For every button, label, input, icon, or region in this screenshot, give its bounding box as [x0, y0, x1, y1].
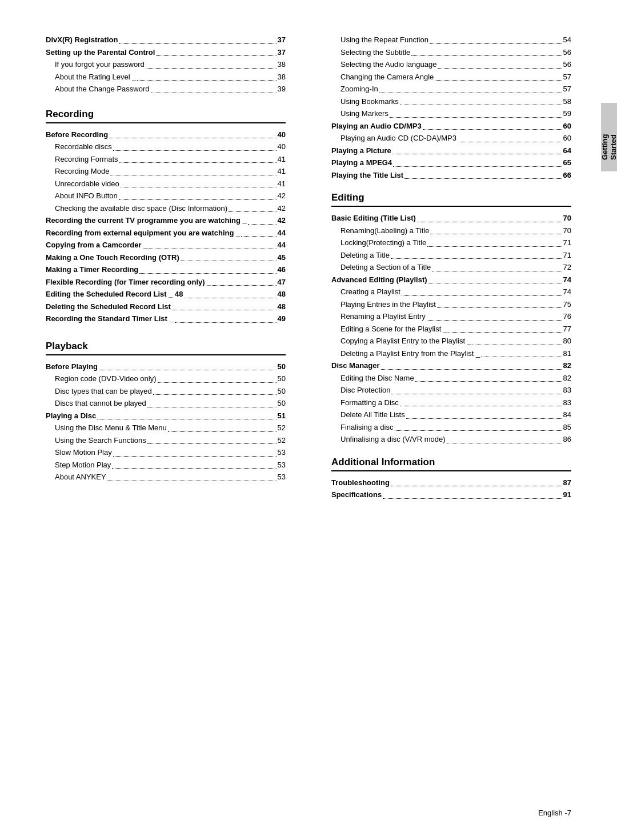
- entry-page: 82: [563, 360, 571, 371]
- entry-page: 38: [278, 59, 286, 70]
- list-item: Creating a Playlist74: [331, 286, 571, 298]
- entry-dots: [175, 322, 277, 323]
- entry-page: 71: [563, 237, 571, 249]
- entry-text: Playing Entries in the Playlist: [331, 299, 436, 310]
- entry-text: Deleting the Scheduled Record List: [46, 301, 171, 313]
- entry-text: Playing a Picture: [331, 145, 391, 157]
- entry-page: 58: [563, 96, 571, 107]
- entry-page: 84: [563, 409, 571, 421]
- entry-text: Disc Protection: [331, 385, 390, 396]
- recording-section-title: Recording: [46, 109, 286, 123]
- list-item: Playing an Audio CD/MP360: [331, 121, 571, 132]
- entry-page: 53: [278, 447, 286, 458]
- entry-dots: [391, 258, 562, 259]
- entry-text: About INFO Button: [46, 190, 118, 202]
- entry-page: 40: [278, 141, 286, 153]
- entry-dots: [400, 406, 562, 406]
- entry-text: Checking the available disc space (Disc …: [46, 203, 227, 214]
- entry-text: Copying from a Camcorder _: [46, 239, 147, 251]
- entry-text: If you forgot your password: [46, 59, 145, 70]
- list-item: Recording the current TV programme you a…: [46, 215, 286, 226]
- entry-text: Deleting a Section of a Title: [331, 262, 431, 273]
- entry-page: 87: [563, 477, 571, 489]
- entry-page: 86: [563, 434, 571, 445]
- list-item: Using the Disc Menu & Title Menu52: [46, 422, 286, 434]
- entry-dots: [168, 431, 277, 432]
- recording-entries: Before Recording40Recordable discs40Reco…: [46, 129, 286, 325]
- entry-dots: [241, 236, 276, 237]
- entry-text: Renaming a Playlist Entry: [331, 311, 426, 322]
- entry-text: About the Rating Level _: [46, 71, 136, 83]
- entry-text: Making a Timer Recording: [46, 264, 138, 275]
- list-item: Editing a Scene for the Playlist _77: [331, 323, 571, 335]
- entry-page: 44: [278, 227, 286, 239]
- entry-page: 54: [563, 34, 571, 46]
- entry-page: 83: [563, 397, 571, 409]
- entry-page: 49: [278, 313, 286, 325]
- list-item: Unfinalising a disc (V/VR mode)86: [331, 434, 571, 445]
- entry-text: Basic Editing (Title List): [331, 213, 416, 224]
- list-item: Renaming a Playlist Entry76: [331, 311, 571, 322]
- entry-text: Using the Disc Menu & Title Menu: [46, 422, 167, 434]
- list-item: Basic Editing (Title List)70: [331, 213, 571, 224]
- entry-dots: [137, 80, 276, 81]
- entry-text: Unfinalising a disc (V/VR mode): [331, 434, 446, 445]
- list-item: Specifications91: [331, 489, 571, 501]
- entry-page: 56: [563, 59, 571, 70]
- list-item: DivX(R) Registration37: [46, 34, 286, 46]
- list-item: Before Recording40: [46, 129, 286, 141]
- entry-text: Recording Formats: [46, 154, 118, 165]
- list-item: Flexible Recording (for Timer recording …: [46, 277, 286, 288]
- entry-page: 80: [563, 335, 571, 347]
- entry-dots: [390, 117, 562, 118]
- list-item: Before Playing50: [46, 361, 286, 373]
- playback-entries: Before Playing50Region code (DVD-Video o…: [46, 361, 286, 483]
- list-item: Setting up the Parental Control37: [46, 47, 286, 58]
- main-content: DivX(R) Registration37Setting up the Par…: [0, 0, 617, 840]
- entry-dots: [172, 310, 277, 310]
- entry-page: 57: [563, 71, 571, 83]
- list-item: Region code (DVD-Video only)50: [46, 373, 286, 385]
- list-item: Using Bookmarks58: [331, 96, 571, 107]
- entry-page: 85: [563, 422, 571, 433]
- entry-page: 42: [278, 190, 286, 202]
- list-item: If you forgot your password38: [46, 59, 286, 70]
- list-item: Copying from a Camcorder _44: [46, 239, 286, 251]
- list-item: Unrecordable video41: [46, 178, 286, 190]
- entry-dots: [417, 222, 562, 222]
- entry-dots: [153, 394, 277, 395]
- entry-text: Editing a Scene for the Playlist _: [331, 323, 447, 335]
- entry-dots: [438, 68, 562, 69]
- entry-page: 52: [278, 435, 286, 446]
- entry-text: Selecting the Subtitle: [331, 47, 410, 58]
- list-item: Making a Timer Recording46: [46, 264, 286, 275]
- editing-section-title: Editing: [331, 192, 571, 207]
- left-column: DivX(R) Registration37Setting up the Par…: [46, 34, 297, 806]
- entry-page: 64: [563, 145, 571, 157]
- entry-dots: [383, 498, 562, 499]
- list-item: Using Markers59: [331, 108, 571, 119]
- list-item: Discs that cannot be played50: [46, 398, 286, 409]
- list-item: Advanced Editing (Playlist)74: [331, 274, 571, 286]
- entry-dots: [379, 93, 562, 93]
- page-container: Getting Started DivX(R) Registration37Se…: [0, 0, 617, 840]
- entry-dots: [395, 430, 562, 431]
- list-item: About the Change Password39: [46, 83, 286, 95]
- list-item: Making a One Touch Recording (OTR)45: [46, 252, 286, 263]
- list-item: Recording the Standard Timer List _49: [46, 313, 286, 325]
- entry-text: Editing the Disc Name: [331, 373, 414, 384]
- entry-dots: [381, 369, 562, 370]
- list-item: About INFO Button42: [46, 190, 286, 202]
- entry-dots: [119, 162, 277, 163]
- entry-page: 37: [278, 47, 286, 58]
- list-item: About the Rating Level _38: [46, 71, 286, 83]
- entry-page: 50: [278, 373, 286, 385]
- list-item: Disc Protection83: [331, 385, 571, 396]
- list-item: Selecting the Audio language56: [331, 59, 571, 70]
- additional-section-title: Additional Information: [331, 457, 571, 471]
- list-item: Using the Search Functions52: [46, 435, 286, 446]
- entry-page: 42: [278, 203, 286, 214]
- entry-page: 56: [563, 47, 571, 58]
- right-column: Using the Repeat Function54Selecting the…: [320, 34, 571, 806]
- entry-dots: [393, 166, 562, 167]
